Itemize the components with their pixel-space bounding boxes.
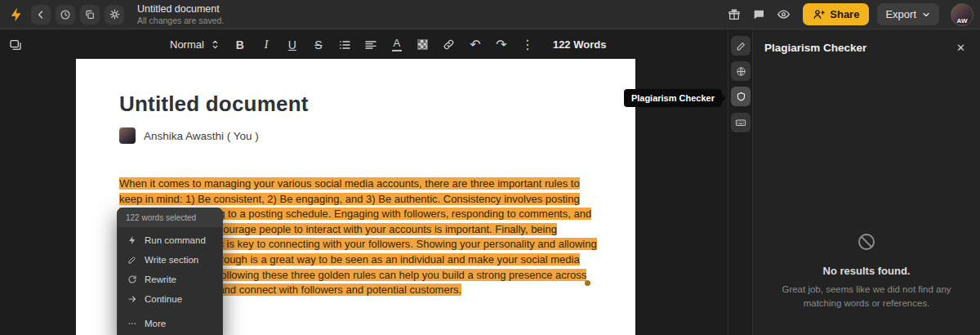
avatar-initials: AW	[951, 17, 973, 25]
empty-state: No results found. Great job, seems like …	[753, 232, 980, 311]
menu-item-label: Write section	[145, 255, 198, 265]
menu-item-write-section[interactable]: Write section	[118, 250, 222, 270]
right-tool-strip	[728, 29, 752, 335]
text-color-letter: A	[394, 38, 401, 48]
gift-icon[interactable]	[724, 5, 744, 25]
user-avatar[interactable]: AW	[951, 3, 973, 26]
copy-icon[interactable]	[80, 5, 100, 25]
topbar: Untitled document All changes are saved.…	[0, 0, 980, 29]
up-down-icon	[211, 39, 220, 50]
export-button[interactable]: Export	[877, 3, 939, 25]
word-count: 122 Words	[553, 38, 607, 51]
globe-icon[interactable]	[731, 61, 751, 81]
transparent-checker-icon	[417, 39, 428, 50]
no-results-icon	[857, 232, 876, 252]
more-dots-icon	[127, 319, 137, 328]
document-meta: Untitled document All changes are saved.	[137, 3, 224, 25]
author-avatar	[119, 127, 136, 144]
history-icon[interactable]	[56, 5, 75, 25]
align-icon[interactable]	[360, 34, 381, 56]
tooltip-arrow	[722, 94, 726, 102]
close-icon[interactable]: ✕	[955, 41, 967, 55]
highlight-color-button[interactable]	[412, 34, 434, 56]
strikethrough-button[interactable]: S	[308, 34, 329, 56]
undo-icon[interactable]: ↶	[465, 34, 486, 56]
text-color-button[interactable]: A	[386, 34, 408, 56]
arrow-right-icon	[127, 294, 137, 304]
plagiarism-tooltip: Plagiarism Checker	[624, 89, 722, 107]
export-label: Export	[885, 8, 916, 20]
back-button[interactable]	[31, 5, 51, 25]
topbar-document-title[interactable]: Untitled document	[137, 3, 224, 15]
underline-button[interactable]: U	[282, 34, 303, 56]
panel-header: Plagiarism Checker ✕	[753, 29, 980, 55]
plagiarism-shield-icon[interactable]	[731, 87, 751, 106]
topbar-right: Share Export AW	[724, 3, 973, 26]
pencil-icon	[127, 255, 137, 265]
preview-eye-icon[interactable]	[773, 5, 793, 25]
menu-item-rewrite[interactable]: Rewrite	[118, 270, 222, 289]
empty-state-title: No results found.	[753, 265, 980, 277]
chevron-down-icon	[921, 10, 931, 20]
paragraph-style-value: Normal	[170, 38, 204, 51]
formatting-toolbar: Normal B I U S A ↶ ↷ ⋮ 122 Words	[0, 29, 728, 60]
menu-item-label: More	[145, 319, 166, 328]
selection-context-menu: 122 words selected Run command Write sec…	[117, 208, 223, 335]
write-pencil-icon[interactable]	[731, 36, 751, 56]
tooltip-label: Plagiarism Checker	[631, 93, 715, 103]
doc-heading[interactable]: Untitled document	[119, 92, 597, 117]
pages-panel-icon[interactable]	[5, 34, 26, 56]
rewrite-icon	[127, 275, 137, 284]
paragraph-style-dropdown[interactable]: Normal	[165, 34, 225, 56]
menu-item-label: Rewrite	[145, 275, 176, 284]
settings-gear-icon[interactable]	[105, 5, 124, 25]
selection-count-label: 122 words selected	[118, 208, 222, 227]
collaborator-caret-dot	[585, 280, 590, 286]
topbar-left: Untitled document All changes are saved.	[7, 3, 224, 25]
menu-item-more[interactable]: More	[118, 314, 222, 333]
bold-button[interactable]: B	[229, 34, 251, 56]
share-label: Share	[830, 8, 859, 20]
menu-item-continue[interactable]: Continue	[118, 289, 222, 309]
share-button[interactable]: Share	[803, 3, 869, 25]
menu-item-label: Run command	[145, 235, 206, 245]
save-status: All changes are saved.	[137, 16, 224, 25]
plagiarism-panel: Plagiarism Checker ✕ No results found. G…	[752, 29, 980, 335]
lightning-icon	[127, 235, 137, 245]
text-color-bar	[392, 50, 402, 52]
app-logo-icon[interactable]	[7, 5, 26, 25]
author-name: Anshika Awasthi ( You )	[144, 130, 259, 142]
italic-button[interactable]: I	[256, 34, 277, 56]
panel-title: Plagiarism Checker	[764, 42, 866, 54]
author-row: Anshika Awasthi ( You )	[119, 127, 597, 144]
empty-state-description: Great job, seems like we did not find an…	[765, 283, 968, 311]
menu-item-label: Continue	[145, 294, 182, 304]
redo-icon[interactable]: ↷	[491, 34, 512, 56]
bullet-list-icon[interactable]	[334, 34, 355, 56]
link-icon[interactable]	[439, 34, 460, 56]
chat-icon[interactable]	[749, 5, 768, 25]
menu-item-run-command[interactable]: Run command	[118, 230, 222, 250]
keyboard-icon[interactable]	[731, 113, 751, 132]
kebab-menu-icon[interactable]: ⋮	[517, 34, 538, 56]
